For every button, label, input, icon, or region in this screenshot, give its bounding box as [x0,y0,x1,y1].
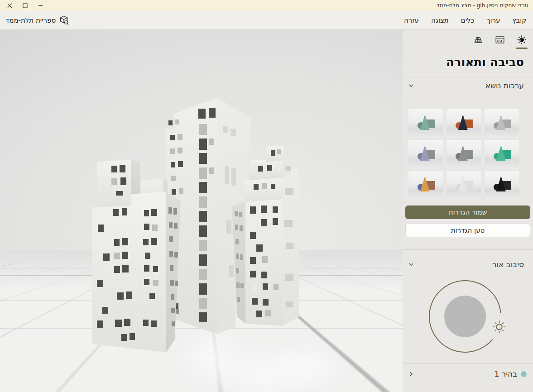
close-button[interactable] [2,0,17,11]
minimize-icon [38,3,43,8]
sun-icon [516,34,527,45]
theme-swatch[interactable] [485,140,519,169]
theme-swatch[interactable] [447,140,481,169]
tab-grid[interactable] [472,34,484,49]
maximize-button[interactable] [17,0,33,11]
save-settings-button[interactable]: שמור הגדרות [405,206,530,219]
theme-swatch[interactable] [408,109,443,138]
themes-section-header[interactable]: ערכות נושא [403,77,533,94]
sun-handle-icon[interactable] [493,321,505,333]
window-title: גורדי שחקים ניסיון.glb - מציג תלת-ממד [437,2,528,9]
main-content: סביבה ותאורה ערכות נושא שמור הגדרות [0,30,533,392]
light-preset-row[interactable]: בהיר 1 [403,364,533,384]
maximize-icon [23,3,28,8]
close-icon [7,3,12,8]
building-left [92,159,181,352]
theme-swatch[interactable] [408,171,443,200]
theme-swatch[interactable] [485,109,519,138]
divider [403,249,533,250]
environment-panel: סביבה ותאורה ערכות נושא שמור הגדרות [403,30,533,392]
perspective-grid-icon [473,34,484,45]
theme-swatch[interactable] [408,140,443,169]
tab-lighting[interactable] [516,34,528,49]
cube-search-icon [59,15,69,25]
load-settings-button[interactable]: טען הגדרות [405,224,530,237]
preset-color-dot [521,371,527,377]
divider [403,384,533,384]
app-window: גורדי שחקים ניסיון.glb - מציג תלת-ממד קו… [0,0,533,392]
window-controls [2,0,48,11]
chevron-right-icon [408,371,414,377]
themes-section-label: ערכות נושא [485,81,524,90]
viewport-3d[interactable] [0,30,403,392]
library-button[interactable]: ספריית תלת-ממד [5,15,69,25]
chevron-down-icon [408,82,414,89]
minimize-button[interactable] [33,0,48,11]
menu-items: קובץ ערוך כלים תצוגה עזרה [404,16,527,24]
theme-swatch[interactable] [485,171,519,200]
menu-edit[interactable]: ערוך [487,16,500,24]
titlebar: גורדי שחקים ניסיון.glb - מציג תלת-ממד [0,0,533,11]
library-label: ספריית תלת-ממד [5,16,56,24]
panel-title: סביבה ותאורה [403,54,533,70]
menu-tools[interactable]: כלים [461,16,475,24]
theme-swatch[interactable] [447,171,481,200]
tab-stats[interactable] [494,34,506,49]
chevron-down-icon [408,261,414,268]
light-rotation-dial[interactable] [425,277,511,358]
dial-knob[interactable] [444,296,486,337]
skyscraper-models [0,30,403,392]
menubar: קובץ ערוך כלים תצוגה עזרה ספריית תלת-ממד [0,11,533,30]
active-tab-underline [516,48,528,49]
menu-help[interactable]: עזרה [404,16,419,24]
light-rotation-label: סיבוב אור [492,260,524,269]
theme-swatch[interactable] [447,109,481,138]
menu-file[interactable]: קובץ [513,16,527,24]
menu-view[interactable]: תצוגה [431,16,449,24]
stats-window-icon [495,34,505,45]
panel-tabs [403,30,533,49]
light-rotation-section-header[interactable]: סיבוב אור [403,256,533,272]
preset-label: בהיר 1 [494,369,517,378]
theme-grid [408,109,519,200]
